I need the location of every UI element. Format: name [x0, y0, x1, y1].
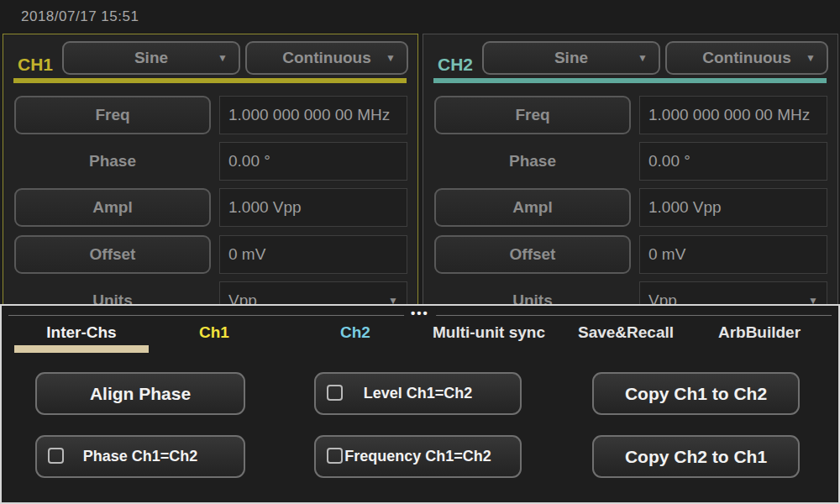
copy-ch1-to-ch2-button[interactable]: Copy Ch1 to Ch2: [592, 372, 800, 415]
channel-panel-ch1: CH1 Sine ▼ Continuous ▼ Freq 1.000 000 0…: [3, 34, 418, 311]
mode-select-value: Continuous: [702, 49, 791, 67]
ampl-button-ch1[interactable]: Ampl: [14, 188, 211, 227]
offset-value-ch2[interactable]: 0 mV: [639, 235, 827, 274]
freq-button-ch1[interactable]: Freq: [14, 96, 211, 134]
ampl-value-ch1[interactable]: 1.000 Vpp: [219, 188, 407, 227]
copy-ch2-to-ch1-button[interactable]: Copy Ch2 to Ch1: [592, 435, 800, 478]
freq-value-ch2[interactable]: 1.000 000 000 00 MHz: [639, 96, 827, 134]
freq-value-ch1[interactable]: 1.000 000 000 00 MHz: [219, 96, 407, 134]
frequency-ch1-ch2-toggle[interactable]: Frequency Ch1=Ch2: [314, 435, 522, 478]
phase-value-ch2[interactable]: 0.00 °: [639, 142, 827, 181]
chevron-down-icon: ▼: [386, 52, 396, 64]
ampl-value-ch2[interactable]: 1.000 Vpp: [639, 188, 827, 227]
generator-screen: 2018/07/17 15:51 CH1 Sine ▼ Continuous ▼…: [0, 0, 840, 504]
tab-inter-chs[interactable]: Inter-Chs: [14, 321, 149, 344]
offset-value-ch1[interactable]: 0 mV: [219, 235, 407, 274]
checkbox-unchecked-icon[interactable]: [327, 448, 343, 464]
mode-select-value: Continuous: [282, 49, 371, 67]
toggle-label: Phase Ch1=Ch2: [83, 448, 198, 465]
channel-panel-ch2: CH2 Sine ▼ Continuous ▼ Freq 1.000 000 0…: [423, 34, 838, 311]
channel-label-ch1: CH1: [18, 55, 53, 75]
tab-ch2[interactable]: Ch2: [334, 321, 376, 344]
waveform-select-value: Sine: [554, 49, 588, 67]
tab-arbbuilder[interactable]: ArbBuilder: [707, 321, 811, 344]
offset-button-ch1[interactable]: Offset: [14, 235, 211, 274]
drag-handle-icon[interactable]: •••: [404, 307, 436, 320]
channel-label-ch2: CH2: [438, 55, 473, 75]
phase-label-ch1[interactable]: Phase: [14, 142, 211, 181]
phase-value-ch1[interactable]: 0.00 °: [219, 142, 407, 181]
checkbox-unchecked-icon[interactable]: [327, 385, 343, 401]
inter-channel-overlay-panel: ••• Inter-Chs Ch1 Ch2 Multi-unit sync Sa…: [0, 304, 840, 504]
ampl-button-ch2[interactable]: Ampl: [434, 188, 631, 227]
chevron-down-icon: ▼: [806, 52, 816, 64]
mode-select-ch1[interactable]: Continuous ▼: [245, 41, 408, 75]
tab-ch1[interactable]: Ch1: [193, 321, 235, 344]
checkbox-unchecked-icon[interactable]: [48, 448, 64, 464]
level-ch1-ch2-toggle[interactable]: Level Ch1=Ch2: [314, 372, 522, 415]
tab-save-recall[interactable]: Save&Recall: [571, 321, 680, 344]
phase-ch1-ch2-toggle[interactable]: Phase Ch1=Ch2: [35, 435, 245, 478]
channel-accent-bar: [13, 78, 407, 83]
freq-button-ch2[interactable]: Freq: [434, 96, 631, 134]
chevron-down-icon: ▼: [638, 52, 648, 64]
waveform-select-ch1[interactable]: Sine ▼: [62, 41, 240, 75]
tab-multi-unit-sync[interactable]: Multi-unit sync: [422, 321, 556, 344]
waveform-select-value: Sine: [134, 49, 168, 67]
active-tab-underline: [14, 345, 149, 353]
mode-select-ch2[interactable]: Continuous ▼: [665, 41, 828, 75]
toggle-label: Frequency Ch1=Ch2: [344, 448, 491, 465]
chevron-down-icon: ▼: [218, 52, 228, 64]
waveform-select-ch2[interactable]: Sine ▼: [482, 41, 660, 75]
offset-button-ch2[interactable]: Offset: [434, 235, 631, 274]
toggle-label: Level Ch1=Ch2: [364, 385, 473, 402]
align-phase-button[interactable]: Align Phase: [35, 372, 245, 415]
phase-label-ch2[interactable]: Phase: [434, 142, 631, 181]
channel-accent-bar: [433, 78, 827, 83]
datetime-display: 2018/07/17 15:51: [21, 8, 139, 25]
